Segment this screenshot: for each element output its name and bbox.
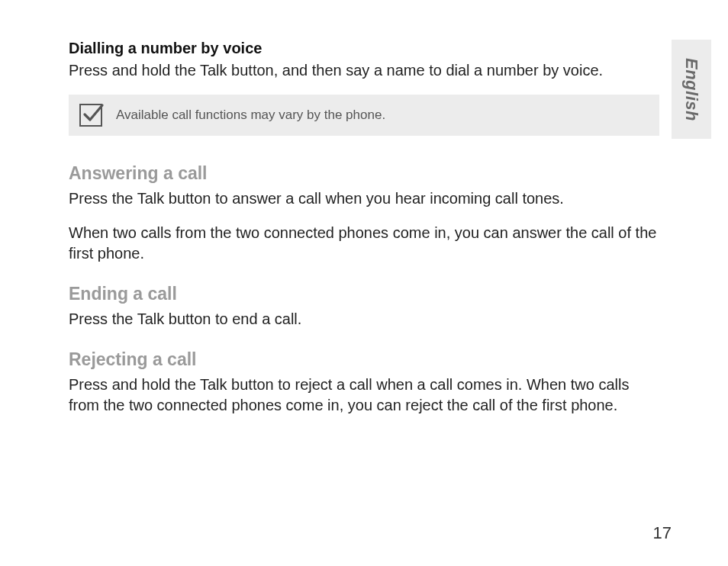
section-rejecting: Rejecting a call Press and hold the Talk… bbox=[69, 349, 659, 416]
body-dialling: Press and hold the Talk button, and then… bbox=[69, 60, 659, 81]
language-tab-label: English bbox=[681, 58, 701, 121]
body-ending: Press the Talk button to end a call. bbox=[69, 309, 659, 330]
body-rejecting: Press and hold the Talk button to reject… bbox=[69, 375, 659, 416]
page: English Dialling a number by voice Press… bbox=[0, 0, 728, 566]
body-answering-1: Press the Talk button to answer a call w… bbox=[69, 188, 659, 209]
heading-answering: Answering a call bbox=[69, 163, 659, 184]
checkmark-icon bbox=[79, 104, 102, 127]
language-tab: English bbox=[672, 40, 711, 139]
body-answering-2: When two calls from the two connected ph… bbox=[69, 223, 659, 264]
page-number: 17 bbox=[653, 523, 672, 543]
heading-rejecting: Rejecting a call bbox=[69, 349, 659, 370]
heading-ending: Ending a call bbox=[69, 284, 659, 304]
note-text: Available call functions may vary by the… bbox=[116, 108, 385, 123]
section-answering: Answering a call Press the Talk button t… bbox=[69, 163, 659, 264]
section-dialling: Dialling a number by voice Press and hol… bbox=[69, 40, 659, 136]
section-ending: Ending a call Press the Talk button to e… bbox=[69, 284, 659, 330]
note-box: Available call functions may vary by the… bbox=[69, 95, 659, 136]
heading-dialling: Dialling a number by voice bbox=[69, 40, 659, 57]
